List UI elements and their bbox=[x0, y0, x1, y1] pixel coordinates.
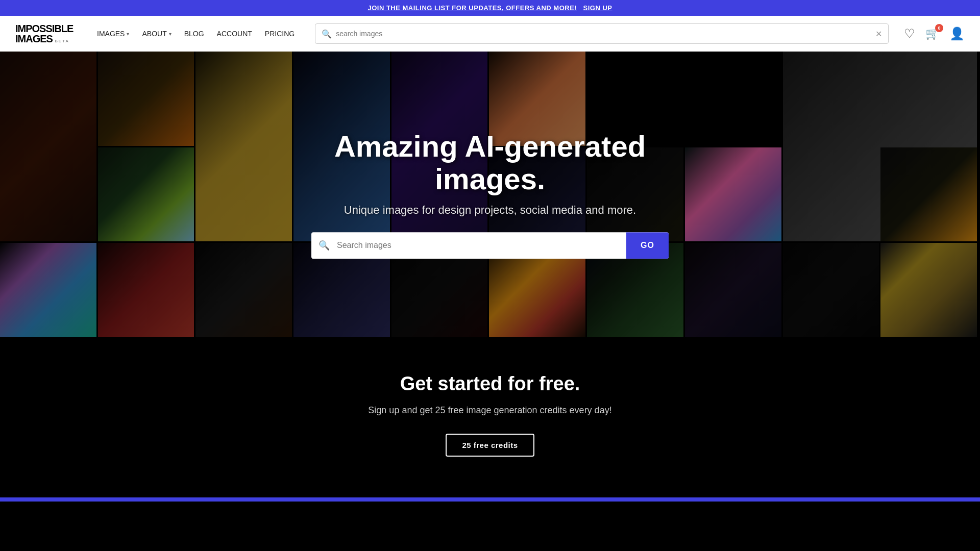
free-credits-button[interactable]: 25 free credits bbox=[446, 434, 534, 457]
beta-label: BETA bbox=[55, 39, 69, 43]
get-started-subtitle: Sign up and get 25 free image generation… bbox=[0, 405, 980, 416]
banner-cta[interactable]: SIGN UP bbox=[583, 4, 612, 12]
hero-subtitle: Unique images for design projects, socia… bbox=[311, 204, 669, 217]
logo-line1: IMPOSSIBLE bbox=[15, 23, 77, 34]
nav-about[interactable]: ABOUT ▾ bbox=[137, 27, 176, 40]
cart-badge: 0 bbox=[935, 24, 943, 32]
nav-images[interactable]: IMAGES ▾ bbox=[92, 27, 134, 40]
bottom-bar bbox=[0, 497, 980, 502]
wishlist-button[interactable]: ♡ bbox=[904, 27, 915, 41]
nav-pricing[interactable]: PRICING bbox=[260, 27, 300, 40]
hero-search-icon: 🔍 bbox=[311, 232, 337, 259]
get-started-title: Get started for free. bbox=[0, 373, 980, 395]
logo-link[interactable]: IMPOSSIBLE IMAGES BETA bbox=[15, 23, 77, 44]
hero-content: Amazing AI-generated images. Unique imag… bbox=[311, 130, 669, 259]
user-account-button[interactable]: 👤 bbox=[949, 27, 965, 41]
nav-links: IMAGES ▾ ABOUT ▾ BLOG ACCOUNT PRICING bbox=[92, 27, 300, 40]
nav-search-close-icon[interactable]: ✕ bbox=[875, 29, 882, 39]
nav-actions: ♡ 🛒 0 👤 bbox=[904, 27, 965, 41]
nav-search-input[interactable] bbox=[336, 30, 875, 38]
navbar: IMPOSSIBLE IMAGES BETA IMAGES ▾ ABOUT ▾ … bbox=[0, 16, 980, 52]
hero-search-input[interactable] bbox=[337, 232, 626, 259]
nav-search-icon: 🔍 bbox=[322, 29, 332, 39]
hero-go-button[interactable]: GO bbox=[626, 232, 669, 259]
nav-search-bar[interactable]: 🔍 ✕ bbox=[315, 23, 889, 44]
logo-line2: IMAGES BETA bbox=[15, 34, 77, 44]
get-started-section: Get started for free. Sign up and get 25… bbox=[0, 337, 980, 497]
nav-account[interactable]: ACCOUNT bbox=[212, 27, 257, 40]
cart-button[interactable]: 🛒 0 bbox=[925, 27, 939, 40]
nav-blog[interactable]: BLOG bbox=[179, 27, 209, 40]
hero-search-bar: 🔍 GO bbox=[311, 232, 669, 259]
banner-text: JOIN THE MAILING LIST FOR UPDATES, OFFER… bbox=[368, 4, 577, 12]
top-banner: JOIN THE MAILING LIST FOR UPDATES, OFFER… bbox=[0, 0, 980, 16]
hero-title: Amazing AI-generated images. bbox=[311, 130, 669, 195]
hero-section: Amazing AI-generated images. Unique imag… bbox=[0, 52, 980, 337]
